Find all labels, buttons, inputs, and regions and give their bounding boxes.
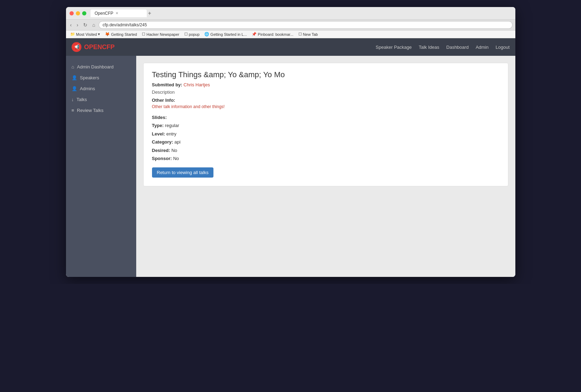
sponsor-value: No: [173, 156, 179, 161]
category-row: Category: api: [152, 138, 500, 146]
talk-title: Testing Things &amp; Yo &amp; Yo Mo: [152, 70, 500, 79]
home-icon: ⌂: [72, 64, 74, 69]
sponsor-row: Sponsor: No: [152, 154, 500, 162]
content-area: Testing Things &amp; Yo &amp; Yo Mo Subm…: [136, 56, 515, 277]
submitted-by-line: Submitted by: Chris Hartjes: [152, 82, 500, 87]
level-row: Level: entry: [152, 130, 500, 138]
minimize-button[interactable]: [76, 11, 80, 15]
description-label: Description: [152, 89, 500, 95]
other-info-label: Other Info:: [152, 98, 500, 103]
new-tab-button[interactable]: +: [147, 10, 153, 16]
home-button[interactable]: ⌂: [91, 21, 97, 28]
slides-row: Slides:: [152, 113, 500, 121]
url-input[interactable]: [99, 21, 512, 29]
nav-logout[interactable]: Logout: [496, 45, 510, 50]
sidebar-label-talks: Talks: [77, 97, 87, 102]
slides-label: Slides:: [152, 115, 167, 120]
bookmark-new-tab[interactable]: ☐ New Tab: [297, 32, 319, 37]
admins-icon: 👤: [72, 86, 77, 91]
type-row: Type: regular: [152, 121, 500, 129]
category-value: api: [174, 139, 180, 145]
submitted-by-label: Submitted by:: [152, 82, 183, 87]
sponsor-label: Sponsor:: [152, 156, 172, 161]
desired-label: Desired:: [152, 148, 170, 153]
sidebar-item-admins[interactable]: 👤 Admins: [66, 83, 136, 94]
forward-button[interactable]: ›: [75, 21, 80, 28]
tab-title: OpenCFP: [95, 11, 113, 16]
bookmark-most-visited[interactable]: 📁 Most Visited ▾: [69, 32, 102, 37]
main-area: ⌂ Admin Dashboard 👤 Speakers 👤 Admins ↓ …: [66, 56, 515, 277]
talks-icon: ↓: [72, 97, 74, 102]
desired-value: No: [171, 148, 177, 153]
nav-speaker-package[interactable]: Speaker Package: [376, 45, 412, 50]
bookmark-pinboard[interactable]: 📌 Pinboard: bookmar...: [250, 32, 295, 37]
close-button[interactable]: [70, 11, 74, 15]
nav-admin[interactable]: Admin: [476, 45, 489, 50]
sidebar-item-review-talks[interactable]: ≡ Review Talks: [66, 105, 136, 116]
author-name[interactable]: Chris Hartjes: [184, 82, 210, 87]
sidebar-item-admin-dashboard[interactable]: ⌂ Admin Dashboard: [66, 61, 136, 72]
sidebar-label-admin-dashboard: Admin Dashboard: [77, 64, 113, 69]
sidebar: ⌂ Admin Dashboard 👤 Speakers 👤 Admins ↓ …: [66, 56, 136, 277]
back-button[interactable]: ‹: [69, 21, 73, 28]
level-value: entry: [166, 131, 177, 137]
bookmark-hacker-newspaper[interactable]: ☐ Hacker Newspaper: [140, 32, 181, 37]
logo-text: OPENCFP: [84, 44, 115, 51]
logo-cfp: CFP: [102, 44, 115, 51]
bookmark-getting-started[interactable]: 🦊 Getting Started: [104, 32, 138, 37]
return-to-all-talks-button[interactable]: Return to viewing all talks: [152, 167, 213, 178]
logo-icon: 📢: [72, 42, 81, 52]
bookmark-getting-started-l[interactable]: 🌐 Getting Started in L...: [203, 32, 248, 37]
category-label: Category:: [152, 139, 173, 145]
sidebar-label-admins: Admins: [80, 86, 95, 91]
level-label: Level:: [152, 131, 165, 137]
logo-open: OPEN: [84, 44, 102, 51]
browser-tab[interactable]: OpenCFP ✕: [91, 9, 147, 17]
talk-meta: Slides: Type: regular Level: entry Ca: [152, 113, 500, 162]
bookmark-popup[interactable]: ☐ popup: [183, 32, 201, 37]
browser-titlebar: OpenCFP ✕ +: [66, 7, 515, 20]
review-icon: ≡: [72, 108, 74, 113]
sidebar-label-speakers: Speakers: [80, 75, 99, 80]
reload-button[interactable]: ↻: [82, 21, 89, 28]
talk-card: Testing Things &amp; Yo &amp; Yo Mo Subm…: [143, 63, 508, 186]
nav-dashboard[interactable]: Dashboard: [446, 45, 469, 50]
desired-row: Desired: No: [152, 146, 500, 154]
maximize-button[interactable]: [82, 11, 86, 15]
logo-area: 📢 OPENCFP: [72, 42, 115, 52]
sidebar-label-review-talks: Review Talks: [77, 108, 104, 113]
window-controls: [70, 11, 86, 15]
browser-window: OpenCFP ✕ + ‹ › ↻ ⌂ 📁 Most Visited ▾ 🦊 G…: [66, 7, 515, 277]
type-label: Type:: [152, 123, 164, 128]
sidebar-item-speakers[interactable]: 👤 Speakers: [66, 72, 136, 83]
app-container: 📢 OPENCFP Speaker Package Talk Ideas Das…: [66, 38, 515, 277]
other-info-text: Other talk information and other things!: [152, 104, 500, 109]
address-bar: ‹ › ↻ ⌂: [66, 20, 515, 31]
tab-close-icon[interactable]: ✕: [115, 11, 118, 15]
top-navigation: 📢 OPENCFP Speaker Package Talk Ideas Das…: [66, 38, 515, 56]
type-value: regular: [165, 123, 179, 128]
nav-links: Speaker Package Talk Ideas Dashboard Adm…: [376, 45, 509, 50]
speakers-icon: 👤: [72, 75, 77, 80]
nav-talk-ideas[interactable]: Talk Ideas: [419, 45, 440, 50]
sidebar-item-talks[interactable]: ↓ Talks: [66, 94, 136, 105]
bookmarks-bar: 📁 Most Visited ▾ 🦊 Getting Started ☐ Hac…: [66, 31, 515, 38]
